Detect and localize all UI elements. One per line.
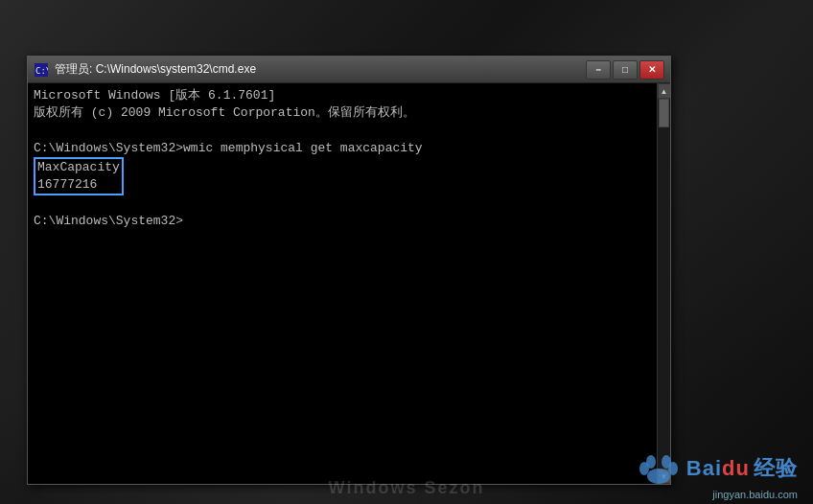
svg-point-2	[647, 469, 670, 484]
cmd-line-9: C:\Windows\System32>	[34, 213, 651, 230]
baidu-suffix-text: 经验	[754, 454, 798, 483]
window-title: 管理员: C:\Windows\system32\cmd.exe	[55, 61, 586, 78]
cmd-line-1: Microsoft Windows [版本 6.1.7601]	[34, 87, 651, 104]
cmd-line-highlighted: MaxCapacity 16777216	[34, 157, 651, 195]
close-button[interactable]: ✕	[639, 60, 664, 80]
baidu-paw-icon	[635, 449, 683, 488]
scroll-thumb[interactable]	[659, 99, 669, 127]
cmd-line-8	[34, 195, 651, 213]
window-controls: － □ ✕	[586, 60, 664, 80]
baidu-logo: Baidu 经验 jingyan.baidu.com	[635, 449, 798, 500]
cmd-window: C:\ 管理员: C:\Windows\system32\cmd.exe － □…	[27, 56, 671, 485]
svg-text:C:\: C:\	[35, 66, 48, 76]
max-capacity-highlight: MaxCapacity 16777216	[34, 157, 124, 195]
cmd-icon: C:\	[34, 62, 49, 78]
cmd-line-4: C:\Windows\System32>wmic memphysical get…	[34, 140, 651, 157]
cmd-body: Microsoft Windows [版本 6.1.7601] 版权所有 (c)…	[28, 83, 670, 484]
scroll-up-button[interactable]: ▲	[658, 83, 671, 99]
svg-point-6	[662, 455, 671, 469]
windows-sezon-text: Windows Sezon	[329, 478, 485, 498]
svg-point-5	[646, 455, 656, 469]
scrollbar[interactable]: ▲ ▼	[657, 83, 670, 484]
baidu-brand-text: Baidu	[686, 456, 750, 481]
minimize-button[interactable]: －	[586, 60, 611, 80]
baidu-url-text: jingyan.baidu.com	[712, 489, 798, 500]
cmd-line-2: 版权所有 (c) 2009 Microsoft Corporation。保留所有…	[34, 104, 651, 122]
cmd-output[interactable]: Microsoft Windows [版本 6.1.7601] 版权所有 (c)…	[28, 83, 657, 484]
title-bar: C:\ 管理员: C:\Windows\system32\cmd.exe － □…	[28, 57, 670, 83]
scroll-track	[658, 99, 670, 469]
baidu-top-row: Baidu 经验	[635, 449, 798, 488]
maximize-button[interactable]: □	[613, 60, 638, 80]
cmd-line-3	[34, 122, 651, 139]
